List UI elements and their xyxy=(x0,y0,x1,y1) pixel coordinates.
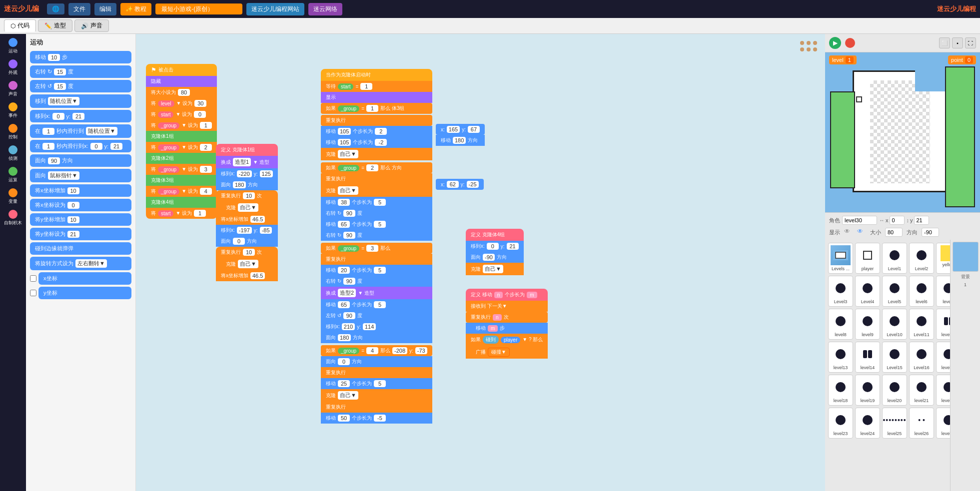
goto-x-input[interactable]: 0 xyxy=(52,113,64,120)
block-move-20[interactable]: 移动 20 个步长为 5 xyxy=(321,265,432,276)
block-repeat-forever5[interactable]: 重复执行 xyxy=(321,402,432,413)
edit-button[interactable]: 编辑 xyxy=(94,3,116,15)
block-face-neg90[interactable]: 面向 -90 方向 xyxy=(466,252,524,263)
block-face-dir[interactable]: 面向 90 方向 xyxy=(30,154,131,167)
block-wait-start[interactable]: 等待 start = 1 xyxy=(321,81,432,92)
def-clone4-hat[interactable]: 定义 克隆体4组 xyxy=(466,229,524,241)
block-goto-180-dir[interactable]: 移动 180 方向 xyxy=(436,135,485,146)
hide-icon[interactable]: 👁 xyxy=(857,228,866,237)
sprite-thumb-level19[interactable]: level19 xyxy=(855,375,880,406)
block-move[interactable]: 移动 10 步 xyxy=(30,51,131,63)
sidebar-item-operators[interactable]: 运算 xyxy=(1,165,24,185)
tab-code[interactable]: ⬡ 代码 xyxy=(4,19,36,32)
block-move-65-2[interactable]: 移动 65 个步长为 5 xyxy=(321,299,432,310)
glide-target-input[interactable]: 随机位置▼ xyxy=(86,127,117,135)
block-bounce[interactable]: 碰到边缘就弹弹 xyxy=(30,242,131,255)
turn-right-input[interactable]: 15 xyxy=(54,68,66,75)
project-title-input[interactable] xyxy=(155,3,242,14)
block-change-x[interactable]: 将x坐标增加 10 xyxy=(30,184,131,197)
sprite-thumb-level4[interactable]: Level4 xyxy=(855,276,880,307)
sidebar-item-sensing[interactable]: 侦测 xyxy=(1,143,24,164)
block-clone-self5[interactable]: 克隆 自己▼ xyxy=(321,389,432,402)
block-repeat-forever3[interactable]: 重复执行 xyxy=(321,254,432,265)
block-repeat-forever4[interactable]: 重复执行 xyxy=(321,367,432,378)
block-change-x2[interactable]: 将x坐标增加 46.5 xyxy=(216,270,278,281)
sprite-thumb-level9[interactable]: level9 xyxy=(855,309,880,340)
block-turn-left[interactable]: 左转 ↺ 15 度 xyxy=(30,80,131,92)
block-switch-costume2[interactable]: 换成 造型2 ▼ 造型 xyxy=(321,287,432,299)
block-set-y[interactable]: 将y坐标设为 21 xyxy=(30,228,131,240)
set-y-input[interactable]: 21 xyxy=(67,231,79,238)
sidebar-item-looks[interactable]: 外观 xyxy=(1,57,24,78)
block-clone-self1[interactable]: 克隆 自己▼ xyxy=(216,201,278,214)
block-goto-210[interactable]: 移到x: 210 y: 114 xyxy=(321,321,432,332)
direction-input[interactable] xyxy=(922,228,939,237)
block-turn-right90-1[interactable]: 右转 ↻ 90 度 xyxy=(321,208,432,219)
block-if-group2[interactable]: 如果 _group = 2 那么 方向 xyxy=(321,162,432,173)
change-y-input[interactable]: 10 xyxy=(67,216,79,223)
block-repeat-10b[interactable]: 重复执行 10 次 xyxy=(216,247,278,258)
block-set-start1[interactable]: 将 start ▼ 设为 1 xyxy=(146,208,217,219)
block-change-x1[interactable]: 将x坐标增加 46.5 xyxy=(216,214,278,225)
block-clone-self6[interactable]: 克隆 自己▼ xyxy=(466,263,524,275)
x-coord-input[interactable] xyxy=(890,216,905,225)
stage-backdrop-thumb[interactable] xyxy=(953,242,979,272)
block-set-size[interactable]: 将大小设为 80 xyxy=(146,87,217,98)
sidebar-item-variables[interactable]: 变量 xyxy=(1,186,24,207)
goto-y-input[interactable]: 21 xyxy=(72,113,84,120)
block-set-group3[interactable]: 将 _group ▼ 设为 3 xyxy=(146,164,217,175)
block-repeat-n[interactable]: 重复执行 n 次 xyxy=(466,312,548,323)
def-clone1-hat[interactable]: 定义 克隆体1组 xyxy=(216,144,278,156)
sprite-thumb-level12[interactable]: level12 xyxy=(936,309,950,340)
block-wait-level[interactable]: 将 level ▼ 设为 30 xyxy=(146,98,217,109)
block-clone-self2[interactable]: 克隆 自己▼ xyxy=(216,258,278,270)
x-coord-checkbox[interactable] xyxy=(30,275,36,282)
sprite-thumb-level26[interactable]: • • level26 xyxy=(909,408,934,439)
site-link-button[interactable]: 迷云少儿编程网站 xyxy=(246,3,304,15)
block-goto-pos2[interactable]: 移到x: -197 y: -85 xyxy=(216,225,278,236)
sidebar-item-events[interactable]: 事件 xyxy=(1,100,24,121)
block-set-start[interactable]: 将 start ▼ 设为 0 xyxy=(146,109,217,120)
sprite-thumb-level22[interactable]: level22 xyxy=(936,375,950,406)
block-face-0[interactable]: 面向 0 方向 xyxy=(216,236,278,247)
block-change-y[interactable]: 将y坐标增加 10 xyxy=(30,213,131,226)
sprite-thumb-levels[interactable]: Levels ... xyxy=(828,243,853,274)
turn-left-input[interactable]: 15 xyxy=(54,83,66,90)
sidebar-item-custom[interactable]: 自制积木 xyxy=(1,208,24,228)
block-goto-xy[interactable]: 移到x: 0 y: 21 xyxy=(30,110,131,122)
block-move-65-1[interactable]: 移动 65 个步长为 5 xyxy=(321,219,432,230)
block-repeat-forever1[interactable]: 重复执行 xyxy=(321,115,432,126)
block-clone1[interactable]: 克隆体1组 xyxy=(146,131,217,142)
block-receive-next[interactable]: 接收到 下一关▼ xyxy=(466,301,548,312)
y-coord-checkbox[interactable] xyxy=(30,290,36,296)
block-move-50[interactable]: 移动 50 个步长为 -5 xyxy=(321,413,432,424)
block-set-group1[interactable]: 将 _group ▼ 设为 1 xyxy=(146,120,217,131)
stop-button[interactable] xyxy=(845,38,855,48)
sprite-thumb-level7[interactable]: level7 xyxy=(936,276,950,307)
sprite-thumb-level25[interactable]: •••••••• level25 xyxy=(882,408,907,439)
globe-button[interactable]: 🌐 xyxy=(47,3,64,14)
sprite-thumb-level18[interactable]: level18 xyxy=(828,375,853,406)
block-rotation-style[interactable]: 将旋转方式设为 左右翻转▼ xyxy=(30,257,131,270)
block-hide[interactable]: 隐藏 xyxy=(146,76,217,87)
sprite-thumb-level27[interactable]: level27 xyxy=(936,408,950,439)
sprite-thumb-level17[interactable]: level17 xyxy=(936,342,950,373)
sprite-thumb-level8[interactable]: level8 xyxy=(828,309,853,340)
block-turn-left90[interactable]: 左转 ↺ 90 度 xyxy=(321,310,432,321)
sprite-thumb-level15[interactable]: Level15 xyxy=(882,342,907,373)
sprite-name-input[interactable] xyxy=(842,216,877,225)
block-clone4[interactable]: 克隆体4组 xyxy=(146,197,217,208)
glide-xy-secs[interactable]: 1 xyxy=(42,143,54,150)
block-repeat-10[interactable]: 重复执行 10 次 xyxy=(216,190,278,201)
size-input[interactable] xyxy=(885,228,903,237)
block-face-0-2[interactable]: 面向 0 方向 xyxy=(321,356,432,367)
block-goto-0-21[interactable]: 移到x: 0 y: 21 xyxy=(466,241,524,252)
sprite-thumb-level14[interactable]: level14 xyxy=(855,342,880,373)
sprite-thumb-level20[interactable]: level20 xyxy=(882,375,907,406)
block-set-x[interactable]: 将x坐标设为 0 xyxy=(30,199,131,211)
sprite-thumb-level13[interactable]: level13 xyxy=(828,342,853,373)
when-clone-start-hat[interactable]: 当作为克隆体启动时 xyxy=(321,69,432,81)
block-clone3[interactable]: 克隆体3组 xyxy=(146,175,217,186)
block-face-mouse[interactable]: 面向 鼠标指针▼ xyxy=(30,169,131,182)
sprite-thumb-level5[interactable]: Level5 xyxy=(882,276,907,307)
